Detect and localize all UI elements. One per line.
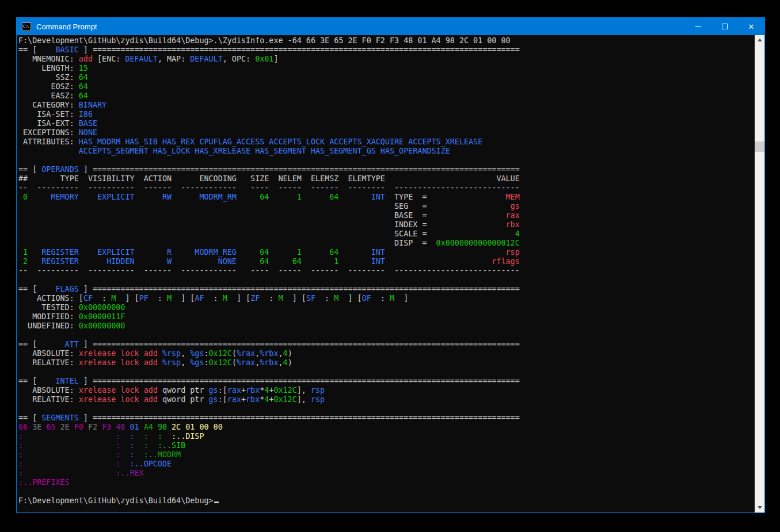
console-line: : : : : :..SIB [18, 441, 754, 450]
console-line: ISA-EXT: BASE [18, 119, 754, 128]
console-line [18, 156, 754, 165]
text-cursor [214, 502, 219, 503]
scroll-down-button[interactable] [755, 503, 764, 512]
cmd-icon: C:\ [22, 22, 31, 31]
console-line: F:\Development\GitHub\zydis\Build64\Debu… [18, 36, 754, 45]
scrollbar-thumb[interactable] [755, 141, 764, 152]
console-line: ABSOLUTE: xrelease lock add %rsp, %gs:0x… [18, 349, 754, 358]
console-line: == [ BASIC ] ===========================… [18, 45, 754, 55]
console-line: == [ SEGMENTS ] ========================… [18, 414, 754, 423]
console-line: 0 MEMORY EXPLICIT RW MODRM_RM 64 1 64 IN… [18, 193, 754, 202]
console-line: : : :..OPCODE [18, 460, 754, 469]
console-line: == [ FLAGS ] ===========================… [18, 285, 754, 294]
console-line: EOSZ: 64 [18, 82, 754, 91]
scroll-up-button[interactable] [755, 35, 764, 45]
console-line: :..PREFIXES [18, 478, 754, 487]
close-icon: ✕ [748, 23, 755, 30]
console-line: INDEX = rbx [18, 220, 754, 229]
console-line: RELATIVE: xrelease lock add qword ptr gs… [18, 395, 754, 404]
scroll-up-icon [758, 39, 762, 41]
console-line: ISA-SET: I86 [18, 110, 754, 119]
console-line: MODIFIED: 0x0000011F [18, 312, 754, 322]
minimize-button[interactable] [685, 18, 711, 35]
console-line: == [ OPERANDS ] ========================… [18, 165, 754, 174]
close-button[interactable]: ✕ [738, 18, 764, 35]
window-controls: ✕ [685, 18, 764, 35]
console-line: 66 3E 65 2E F0 F2 F3 48 01 A4 98 2C 01 0… [18, 423, 754, 432]
terminal-window: C:\ Command Prompt ✕ F:\Development\GitH… [16, 17, 765, 513]
scroll-down-icon [758, 506, 762, 509]
window-title: Command Prompt [36, 22, 97, 31]
console-line [18, 487, 754, 496]
console-line: == [ INTEL ] ===========================… [18, 377, 754, 386]
console-line: == [ ATT ] =============================… [18, 340, 754, 349]
console-line: BASE = rax [18, 211, 754, 220]
console-line: ACCEPTS_SEGMENT HAS_LOCK HAS_XRELEASE HA… [18, 147, 754, 156]
console-line: F:\Development\GitHub\zydis\Build64\Debu… [18, 496, 754, 506]
console-line: LENGTH: 15 [18, 64, 754, 73]
title-bar[interactable]: C:\ Command Prompt ✕ [17, 18, 764, 35]
console-line: : : : : : :..DISP [18, 432, 754, 441]
console-line: DISP = 0x000000000000012C [18, 239, 754, 248]
console-line: : : : :..MODRM [18, 450, 754, 460]
console-line: SCALE = 4 [18, 229, 754, 239]
console-area[interactable]: F:\Development\GitHub\zydis\Build64\Debu… [17, 35, 764, 512]
console-line [18, 368, 754, 377]
desktop: { "window": { "title": "Command Prompt",… [0, 0, 780, 532]
minimize-icon [695, 26, 701, 27]
console-line: EXCEPTIONS: NONE [18, 128, 754, 137]
console-output[interactable]: F:\Development\GitHub\zydis\Build64\Debu… [18, 36, 754, 506]
console-line: -- --------- ---------- ------ ---------… [18, 183, 754, 193]
console-line: UNDEFINED: 0x00000000 [18, 322, 754, 331]
console-line: CATEGORY: BINARY [18, 101, 754, 110]
console-line: ACTIONS: [CF : M ] [PF : M ] [AF : M ] [… [18, 294, 754, 303]
console-line [18, 331, 754, 340]
console-line: 1 REGISTER EXPLICIT R MODRM_REG 64 1 64 … [18, 248, 754, 257]
console-line: SEG = gs [18, 202, 754, 211]
console-line: : :..REX [18, 469, 754, 478]
console-line: MNEMONIC: add [ENC: DEFAULT, MAP: DEFAUL… [18, 55, 754, 64]
maximize-button[interactable] [711, 18, 738, 35]
scrollbar-track[interactable] [755, 35, 764, 512]
console-line [18, 275, 754, 285]
maximize-icon [722, 24, 728, 29]
console-line [18, 404, 754, 414]
console-line: EASZ: 64 [18, 91, 754, 101]
console-line: SSZ: 64 [18, 73, 754, 82]
console-line: RELATIVE: xrelease lock add %rsp, %gs:0x… [18, 358, 754, 368]
console-line: 2 REGISTER HIDDEN W NONE 64 64 1 INT rfl… [18, 257, 754, 266]
console-line: -- --------- ---------- ------ ---------… [18, 266, 754, 275]
console-line: ABSOLUTE: xrelease lock add qword ptr gs… [18, 386, 754, 395]
console-line: TESTED: 0x00000000 [18, 303, 754, 312]
console-line: ## TYPE VISIBILITY ACTION ENCODING SIZE … [18, 174, 754, 183]
cmd-icon-glyph: C:\ [23, 24, 29, 29]
console-line: ATTRIBUTES: HAS_MODRM HAS_SIB HAS_REX CP… [18, 137, 754, 147]
